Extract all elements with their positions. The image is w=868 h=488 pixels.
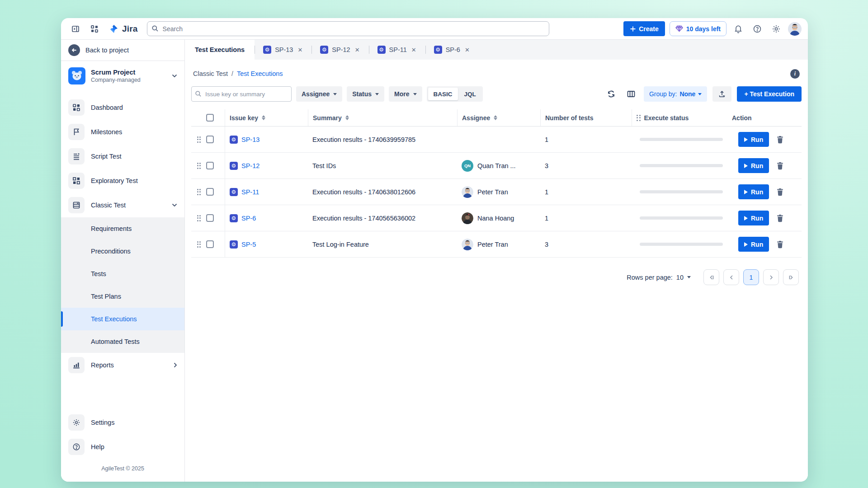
row-checkbox[interactable] [206, 240, 214, 248]
user-avatar[interactable] [788, 22, 802, 36]
mode-basic[interactable]: BASIC [428, 88, 458, 100]
sort-icon[interactable] [345, 115, 349, 120]
refresh-icon[interactable] [604, 87, 618, 101]
row-drag-handle[interactable] [197, 136, 201, 143]
row-drag-handle[interactable] [197, 163, 201, 169]
delete-icon[interactable] [775, 213, 785, 223]
delete-icon[interactable] [775, 239, 785, 249]
tab-sp-13[interactable]: ⚙ SP-13 ✕ [255, 40, 311, 60]
delete-icon[interactable] [775, 161, 785, 171]
notifications-bell-icon[interactable] [731, 22, 745, 36]
column-drag-icon[interactable] [637, 115, 641, 121]
tab-sp-12[interactable]: ⚙ SP-12 ✕ [312, 40, 368, 60]
tab-strip: Test Executions ⚙ SP-13 ✕ ⚙ SP-12 ✕ ⚙ SP… [185, 40, 808, 60]
page-1-button[interactable]: 1 [743, 269, 759, 285]
sidebar-item-help[interactable]: Help [61, 435, 184, 459]
sidebar-item-tests[interactable]: Tests [61, 263, 184, 285]
header-execute-status: Execute status [632, 109, 727, 126]
close-icon[interactable]: ✕ [464, 46, 471, 54]
row-drag-handle[interactable] [197, 189, 201, 195]
close-icon[interactable]: ✕ [297, 46, 303, 54]
run-button[interactable]: Run [738, 211, 769, 225]
assignee-filter-dropdown[interactable]: Assignee [296, 86, 342, 102]
row-checkbox[interactable] [206, 214, 214, 222]
gem-icon [675, 25, 683, 32]
sort-icon[interactable] [262, 115, 265, 120]
global-search-input[interactable] [147, 21, 549, 36]
row-drag-handle[interactable] [197, 215, 201, 221]
select-all-checkbox[interactable] [206, 114, 214, 122]
sidebar-item-exploratory-test[interactable]: Exploratory Test [61, 169, 184, 193]
tab-sp-11[interactable]: ⚙ SP-11 ✕ [369, 40, 425, 60]
sidebar-item-settings[interactable]: Settings [61, 410, 184, 435]
info-icon[interactable]: i [790, 69, 800, 79]
run-label: Run [751, 136, 763, 143]
row-checkbox[interactable] [206, 162, 214, 169]
issue-key-link[interactable]: SP-13 [241, 136, 259, 143]
run-button[interactable]: Run [738, 132, 769, 147]
back-to-project[interactable]: Back to project [61, 40, 184, 61]
export-icon[interactable] [712, 86, 731, 102]
back-arrow-icon [68, 44, 80, 56]
app-switcher-icon[interactable] [87, 22, 102, 36]
project-switcher[interactable]: Scrum Project Company-managed [61, 61, 184, 91]
run-button[interactable]: Run [738, 158, 769, 173]
breadcrumb-current[interactable]: Test Executions [237, 70, 283, 77]
sidebar-item-label: Reports [91, 361, 167, 369]
add-test-execution-button[interactable]: + Test Execution [737, 86, 802, 102]
issue-key-link[interactable]: SP-5 [241, 241, 256, 248]
delete-icon[interactable] [775, 135, 785, 145]
first-page-button[interactable] [703, 269, 719, 285]
jira-logo[interactable]: Jira [109, 24, 138, 34]
sidebar-item-reports[interactable]: Reports [61, 353, 184, 377]
close-icon[interactable]: ✕ [354, 46, 361, 54]
play-icon [744, 137, 748, 142]
filter-bar: Assignee Status More BASIC JQL [191, 86, 802, 102]
sidebar-item-test-executions[interactable]: Test Executions [61, 308, 184, 330]
sidebar-item-automated-tests[interactable]: Automated Tests [61, 330, 184, 353]
next-page-button[interactable] [763, 269, 779, 285]
row-checkbox[interactable] [206, 136, 214, 143]
issue-key-link[interactable]: SP-12 [241, 162, 259, 169]
last-page-button[interactable] [783, 269, 799, 285]
number-of-tests-cell: 1 [540, 205, 632, 231]
issue-key-link[interactable]: SP-11 [241, 188, 259, 196]
row-checkbox[interactable] [206, 188, 214, 196]
issue-filter-input[interactable] [191, 86, 292, 102]
sidebar-item-classic-test[interactable]: Classic Test [61, 193, 184, 217]
tab-test-executions[interactable]: Test Executions [185, 40, 255, 60]
header-assignee[interactable]: Assignee [457, 109, 540, 126]
mode-jql[interactable]: JQL [459, 88, 481, 100]
close-icon[interactable]: ✕ [410, 46, 417, 54]
sidebar-item-script-test[interactable]: Script Test [61, 144, 184, 169]
group-by-dropdown[interactable]: Group by: None [644, 86, 707, 102]
trial-days-button[interactable]: 10 days left [670, 21, 726, 36]
sidebar-item-label: Script Test [91, 153, 177, 160]
sort-icon[interactable] [494, 115, 497, 120]
run-button[interactable]: Run [738, 237, 769, 252]
sidebar-item-requirements[interactable]: Requirements [61, 217, 184, 240]
status-filter-dropdown[interactable]: Status [347, 86, 384, 102]
sidebar-item-dashboard[interactable]: Dashboard [61, 95, 184, 120]
sidebar-item-preconditions[interactable]: Preconditions [61, 240, 184, 263]
tab-sp-6[interactable]: ⚙ SP-6 ✕ [426, 40, 479, 60]
run-label: Run [751, 215, 763, 222]
sidebar-item-milestones[interactable]: Milestones [61, 120, 184, 144]
issue-key-link[interactable]: SP-6 [241, 215, 256, 222]
help-icon[interactable] [750, 22, 764, 36]
run-button[interactable]: Run [738, 184, 769, 199]
header-issue-key[interactable]: Issue key [225, 109, 308, 126]
columns-icon[interactable] [624, 87, 638, 101]
row-drag-handle[interactable] [197, 241, 201, 248]
sidebar-item-test-plans[interactable]: Test Plans [61, 285, 184, 308]
settings-gear-icon[interactable] [769, 22, 783, 36]
sidebar-toggle-icon[interactable] [68, 22, 83, 36]
breadcrumb-parent[interactable]: Classic Test [193, 70, 228, 77]
more-filter-dropdown[interactable]: More [389, 86, 422, 102]
prev-page-button[interactable] [723, 269, 739, 285]
header-summary[interactable]: Summary [308, 109, 457, 126]
delete-icon[interactable] [775, 187, 785, 197]
sidebar-item-label: Classic Test [91, 202, 165, 209]
rows-per-page-dropdown[interactable]: Rows per page: 10 [627, 274, 691, 281]
create-button[interactable]: Create [623, 21, 665, 36]
